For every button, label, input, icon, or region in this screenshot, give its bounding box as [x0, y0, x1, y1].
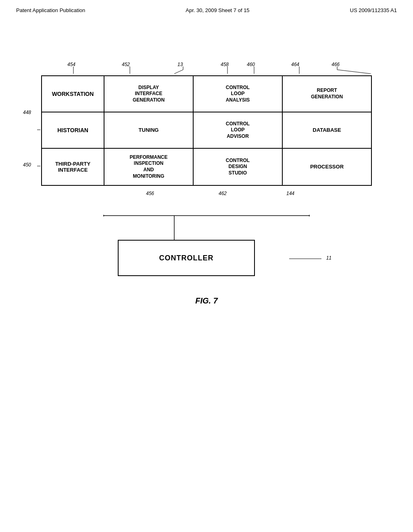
report-generation-cell: REPORT GENERATION [283, 76, 371, 112]
third-party-cell: THIRD-PARTY INTERFACE [42, 149, 104, 185]
figure-text: FIG. 7 [195, 296, 218, 305]
ref-11-leader [289, 257, 338, 265]
performance-cell: PERFORMANCE INSPECTION AND MONITORING [104, 149, 193, 185]
database-label: DATABASE [313, 127, 341, 134]
svg-line-8 [337, 70, 371, 74]
main-diagram-container: 448 450 WORKSTATION HISTORIAN THIRD-PART… [41, 75, 372, 200]
left-column: WORKSTATION HISTORIAN THIRD-PARTY INTERF… [42, 76, 104, 185]
historian-cell: HISTORIAN [42, 112, 104, 149]
display-interface-cell: DISPLAY INTERFACE GENERATION [104, 76, 193, 112]
figure-label: FIG. 7 [0, 296, 413, 305]
connector-lines [41, 200, 372, 240]
ref-144: 144 [286, 191, 294, 196]
bottom-labels: 456 462 144 [41, 187, 372, 200]
tuning-label: TUNING [139, 127, 159, 134]
header-left: Patent Application Publication [16, 7, 85, 13]
header-center: Apr. 30, 2009 Sheet 7 of 15 [186, 7, 249, 13]
report-generation-label: REPORT GENERATION [311, 87, 343, 100]
col-2: CONTROL LOOP ANALYSIS CONTROL LOOP ADVIS… [194, 76, 283, 185]
header-right: US 2009/112335 A1 [350, 7, 397, 13]
workstation-label: WORKSTATION [52, 91, 94, 97]
control-loop-analysis-cell: CONTROL LOOP ANALYSIS [194, 76, 282, 112]
workstation-outer-box: WORKSTATION HISTORIAN THIRD-PARTY INTERF… [41, 75, 372, 186]
side-leader-lines [25, 75, 41, 184]
svg-line-3 [174, 70, 183, 74]
third-party-label: THIRD-PARTY INTERFACE [55, 161, 90, 173]
control-design-studio-label: CONTROL DESIGN STUDIO [226, 158, 250, 177]
right-section: DISPLAY INTERFACE GENERATION TUNING PERF… [104, 76, 371, 185]
ref-450: 450 [23, 162, 31, 168]
controller-area: CONTROLLER 11 [41, 240, 372, 276]
top-leader-lines [41, 62, 372, 74]
historian-label: HISTORIAN [57, 127, 88, 133]
controller-box: CONTROLLER [118, 240, 255, 276]
controller-label: CONTROLLER [159, 254, 214, 262]
col-1: DISPLAY INTERFACE GENERATION TUNING PERF… [104, 76, 194, 185]
database-cell: DATABASE [283, 112, 371, 149]
workstation-cell: WORKSTATION [42, 76, 104, 112]
control-loop-advisor-cell: CONTROL LOOP ADVISOR [194, 112, 282, 149]
performance-label: PERFORMANCE INSPECTION AND MONITORING [129, 154, 167, 179]
patent-header: Patent Application Publication Apr. 30, … [0, 0, 413, 13]
ref-462: 462 [219, 191, 227, 196]
ref-456: 456 [146, 191, 154, 196]
col-3: REPORT GENERATION DATABASE PROCESSOR [283, 76, 371, 185]
processor-cell: PROCESSOR [283, 149, 371, 185]
processor-label: PROCESSOR [310, 164, 344, 170]
control-loop-advisor-label: CONTROL LOOP ADVISOR [226, 121, 250, 140]
top-labels: 454 452 13 458 460 464 466 [41, 62, 372, 74]
diagram-area: 454 452 13 458 460 464 466 44 [41, 62, 372, 276]
display-interface-label: DISPLAY INTERFACE GENERATION [133, 85, 165, 104]
control-loop-analysis-label: CONTROL LOOP ANALYSIS [226, 85, 250, 104]
tuning-cell: TUNING [104, 112, 193, 149]
control-design-studio-cell: CONTROL DESIGN STUDIO [194, 149, 282, 185]
